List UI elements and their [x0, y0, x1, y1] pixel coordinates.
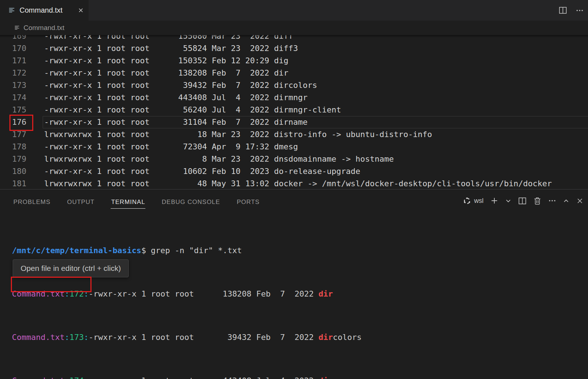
line-number[interactable]: 175	[0, 104, 26, 116]
line-number[interactable]: 173	[0, 79, 26, 91]
file-lines-icon	[14, 25, 20, 31]
match-highlight: dir	[319, 333, 333, 342]
tab-command-txt[interactable]: Command.txt	[0, 0, 89, 21]
breadcrumb[interactable]: Command.txt	[0, 21, 588, 35]
terminal-command-line: /mnt/c/temp/terminal-basics$ grep -n "di…	[12, 245, 414, 256]
line-text[interactable]: lrwxrwxrwx 1 root root 18 Mar 23 2022 di…	[44, 128, 432, 141]
prompt-path: /mnt/c/temp/terminal-basics	[12, 246, 141, 255]
more-actions-icon[interactable]	[548, 197, 556, 205]
line-text[interactable]: -rwxr-xr-x 1 root root 56240 Jul 4 2022 …	[44, 104, 341, 116]
more-actions-icon[interactable]	[576, 7, 584, 14]
line-text[interactable]: -rwxr-xr-x 1 root root 39432 Feb 7 2022 …	[44, 79, 317, 91]
line-number[interactable]: 174	[0, 91, 26, 104]
vscode-window: { "tab": { "label": "Command.txt" }, "br…	[0, 0, 588, 379]
prompt-dollar: $	[141, 246, 146, 255]
editor-line: 181lrwxrwxrwx 1 root root 48 May 31 13:0…	[0, 178, 588, 189]
line-number[interactable]: 171	[0, 55, 26, 67]
line-text[interactable]: lrwxrwxrwx 1 root root 8 Mar 23 2022 dns…	[44, 153, 394, 165]
editor-line: 174-rwxr-xr-x 1 root root 443408 Jul 4 2…	[0, 91, 588, 104]
editor-line-current[interactable]: 176-rwxr-xr-x 1 root root 31104 Feb 7 20…	[0, 116, 588, 128]
tab-ports[interactable]: PORTS	[237, 193, 260, 209]
line-number[interactable]: 179	[0, 153, 26, 165]
file-link[interactable]: Command.txt	[12, 376, 65, 379]
maximize-panel-icon[interactable]	[563, 198, 569, 204]
line-text[interactable]: -rwxr-xr-x 1 root root 155080 Mar 23 202…	[44, 35, 293, 42]
line-text[interactable]: -rwxr-xr-x 1 root root 72304 Apr 9 17:32…	[44, 141, 298, 153]
terminal-shell-selector[interactable]: wsl	[463, 197, 483, 205]
editor-line: 169-rwxr-xr-x 1 root root 155080 Mar 23 …	[0, 35, 588, 42]
file-link[interactable]: Command.txt	[12, 289, 65, 298]
editor-line: 171-rwxr-xr-x 1 root root 150352 Feb 12 …	[0, 55, 588, 67]
panel-tab-bar: PROBLEMS OUTPUT TERMINAL DEBUG CONSOLE P…	[13, 190, 260, 212]
line-number[interactable]: 169	[0, 35, 26, 42]
link-tooltip: Open file in editor (ctrl + click)	[13, 259, 129, 277]
editor-line: 173-rwxr-xr-x 1 root root 39432 Feb 7 20…	[0, 79, 588, 91]
breadcrumb-item[interactable]: Command.txt	[24, 24, 64, 32]
line-number[interactable]: 170	[0, 42, 26, 55]
tab-problems[interactable]: PROBLEMS	[13, 193, 51, 209]
panel-actions: wsl	[463, 190, 584, 212]
tab-terminal[interactable]: TERMINAL	[111, 193, 145, 209]
line-number[interactable]: 177	[0, 128, 26, 141]
editor-line: 175-rwxr-xr-x 1 root root 56240 Jul 4 20…	[0, 104, 588, 116]
line-text[interactable]: lrwxrwxrwx 1 root root 48 May 31 13:02 d…	[44, 178, 552, 189]
close-icon[interactable]	[77, 7, 84, 14]
tab-output[interactable]: OUTPUT	[67, 193, 95, 209]
editor-line: 179lrwxrwxrwx 1 root root 8 Mar 23 2022 …	[0, 153, 588, 165]
file-link[interactable]: Command.txt	[12, 333, 65, 342]
terminal-output[interactable]: /mnt/c/temp/terminal-basics$ grep -n "di…	[12, 223, 414, 379]
match-highlight: dir	[319, 376, 333, 379]
tab-label: Command.txt	[20, 6, 63, 14]
line-text[interactable]: -rwxr-xr-x 1 root root 55824 Mar 23 2022…	[44, 42, 298, 55]
editor-line: 172-rwxr-xr-x 1 root root 138208 Feb 7 2…	[0, 67, 588, 79]
grep-result-line: Command.txt:174:-rwxr-xr-x 1 root root 4…	[12, 375, 414, 379]
trash-icon[interactable]	[533, 197, 541, 205]
line-number-active[interactable]: 176	[0, 116, 26, 128]
line-number[interactable]: 178	[0, 141, 26, 153]
editor-content: 169-rwxr-xr-x 1 root root 155080 Mar 23 …	[0, 35, 588, 189]
grep-result-line: Command.txt:173:-rwxr-xr-x 1 root root 3…	[12, 332, 414, 343]
ubuntu-icon	[463, 197, 471, 205]
editor-line: 177lrwxrwxrwx 1 root root 18 Mar 23 2022…	[0, 128, 588, 141]
bottom-panel: PROBLEMS OUTPUT TERMINAL DEBUG CONSOLE P…	[0, 189, 588, 379]
typed-command: grep -n "dir" *.txt	[146, 246, 242, 255]
line-text[interactable]: -rwxr-xr-x 1 root root 150352 Feb 12 20:…	[44, 55, 289, 67]
new-terminal-icon[interactable]	[490, 197, 498, 205]
line-number[interactable]: 180	[0, 165, 26, 178]
line-text[interactable]: -rwxr-xr-x 1 root root 10602 Feb 10 2023…	[44, 165, 360, 178]
editor-pane[interactable]: 169-rwxr-xr-x 1 root root 155080 Mar 23 …	[0, 35, 588, 189]
split-editor-icon[interactable]	[559, 6, 567, 14]
editor-line: 170-rwxr-xr-x 1 root root 55824 Mar 23 2…	[0, 42, 588, 55]
editor-actions	[559, 0, 584, 21]
close-panel-icon[interactable]	[576, 197, 584, 205]
line-text[interactable]: -rwxr-xr-x 1 root root 443408 Jul 4 2022…	[44, 91, 307, 104]
line-text[interactable]: -rwxr-xr-x 1 root root 138208 Feb 7 2022…	[44, 67, 289, 79]
file-lines-icon	[9, 7, 16, 14]
grep-result-line: Command.txt:172:-rwxr-xr-x 1 root root 1…	[12, 289, 414, 299]
split-terminal-icon[interactable]	[518, 197, 527, 205]
editor-line: 180-rwxr-xr-x 1 root root 10602 Feb 10 2…	[0, 165, 588, 178]
chevron-down-icon[interactable]	[505, 198, 511, 204]
match-highlight: dir	[319, 289, 333, 298]
line-number[interactable]: 172	[0, 67, 26, 79]
shell-label: wsl	[474, 197, 483, 205]
editor-line: 178-rwxr-xr-x 1 root root 72304 Apr 9 17…	[0, 141, 588, 153]
tab-debug-console[interactable]: DEBUG CONSOLE	[161, 193, 220, 209]
line-text[interactable]: -rwxr-xr-x 1 root root 31104 Feb 7 2022 …	[44, 116, 307, 128]
line-number[interactable]: 181	[0, 178, 26, 189]
editor-tab-bar: Command.txt	[0, 0, 588, 21]
